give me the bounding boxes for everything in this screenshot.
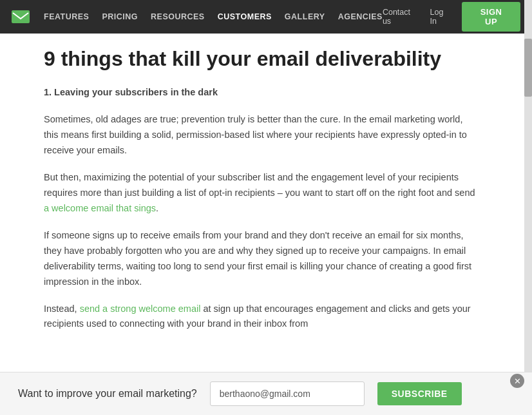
nav-right: Contact us Log In SIGN UP (383, 2, 520, 32)
signup-button[interactable]: SIGN UP (462, 2, 520, 32)
nav-resources[interactable]: RESOURCES (151, 12, 205, 21)
article-body: 1. Leaving your subscribers in the dark … (44, 85, 478, 332)
nav-gallery[interactable]: GALLERY (285, 12, 325, 21)
nav-login[interactable]: Log In (430, 8, 452, 26)
paragraph-2: But then, maximizing the potential of yo… (44, 170, 478, 217)
scrollbar-thumb[interactable] (524, 39, 532, 97)
paragraph-1: Sometimes, old adages are true; preventi… (44, 112, 478, 159)
article-title: 9 things that kill your email deliverabi… (44, 46, 478, 71)
scrollbar-track[interactable] (524, 0, 532, 356)
section-heading-1: 1. Leaving your subscribers in the dark (44, 85, 478, 101)
nav-customers[interactable]: CUSTOMERS (218, 12, 272, 21)
nav-pricing[interactable]: PRICING (102, 12, 138, 21)
welcome-email-link-2[interactable]: send a strong welcome email (80, 304, 201, 314)
navigation: FEATURES PRICING RESOURCES CUSTOMERS GAL… (0, 0, 532, 34)
paragraph-4: Instead, send a strong welcome email at … (44, 302, 478, 333)
nav-contact[interactable]: Contact us (383, 8, 420, 26)
nav-links: FEATURES PRICING RESOURCES CUSTOMERS GAL… (44, 12, 383, 21)
nav-features[interactable]: FEATURES (44, 12, 89, 21)
article-content: 9 things that kill your email deliverabi… (0, 34, 522, 356)
welcome-email-link[interactable]: a welcome email that sings (44, 203, 156, 213)
logo[interactable] (12, 10, 30, 23)
paragraph-3: If someone signs up to receive emails fr… (44, 228, 478, 290)
svg-rect-0 (12, 10, 30, 23)
nav-agencies[interactable]: AGENCIES (338, 12, 383, 21)
